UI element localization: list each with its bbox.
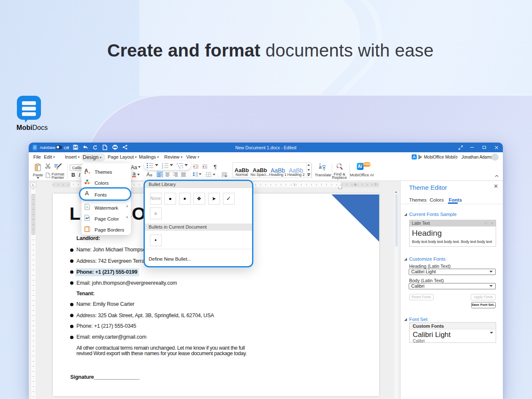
svg-text:3: 3 (162, 167, 163, 169)
svg-text:a: a (319, 164, 322, 170)
svg-text:3: 3 (179, 167, 180, 169)
svg-text:A: A (86, 205, 88, 209)
